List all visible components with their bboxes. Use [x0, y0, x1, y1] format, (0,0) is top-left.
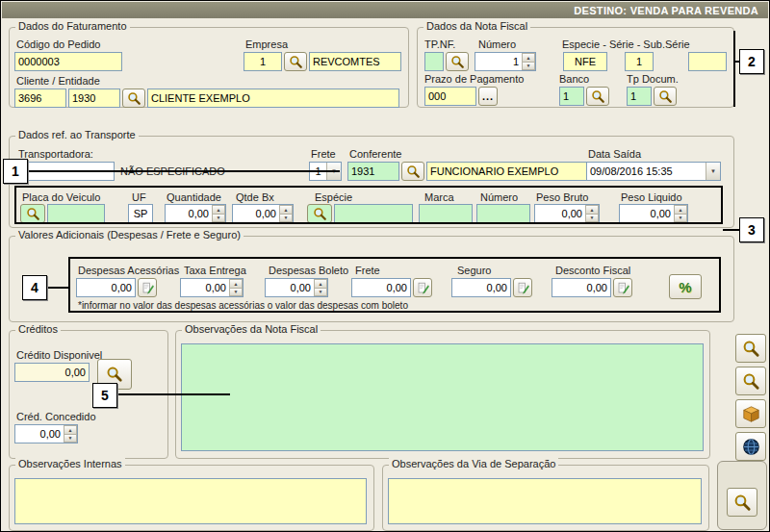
empresa-nome-field[interactable]: REVCOMTES	[309, 52, 401, 71]
spin-down-icon[interactable]: ▼	[674, 215, 687, 223]
seguro-field[interactable]: 0,00	[451, 278, 511, 297]
numero-transporte-field[interactable]	[476, 204, 530, 223]
seguro-edit-button[interactable]	[513, 278, 532, 297]
spin-up-icon[interactable]: ▲	[522, 53, 535, 63]
tp-docum-field[interactable]: 1	[627, 87, 652, 106]
nf-numero-label: Número	[478, 38, 516, 50]
obs-internas-textarea[interactable]	[14, 478, 367, 524]
especie-transporte-field[interactable]	[334, 204, 413, 223]
taxa-entrega-label: Taxa Entrega	[184, 265, 246, 276]
search-icon	[313, 207, 327, 221]
data-saida-picker[interactable]: 09/08/2016 15:35 ▼	[586, 162, 721, 181]
ellipsis-icon: ...	[482, 90, 494, 102]
tpnf-field[interactable]	[424, 52, 444, 71]
peso-bruto-spinner[interactable]: 0,00 ▲▼	[534, 204, 600, 223]
seguro-label: Seguro	[457, 265, 491, 276]
codigo-pedido-field[interactable]: 0000003	[14, 52, 122, 71]
spin-down-icon[interactable]: ▼	[314, 289, 327, 297]
spin-down-icon[interactable]: ▼	[212, 215, 225, 223]
spin-down-icon[interactable]: ▼	[64, 435, 77, 443]
nf-sub-serie-field[interactable]	[688, 52, 727, 71]
tp-docum-search-button[interactable]	[654, 87, 677, 106]
uf-label: UF	[132, 191, 146, 203]
main-window: DESTINO: VENDA PARA REVENDA Dados do Fat…	[0, 0, 770, 532]
empresa-search-button[interactable]	[284, 52, 307, 71]
cliente-search-button[interactable]	[122, 89, 145, 108]
spin-up-icon[interactable]: ▲	[674, 205, 687, 215]
obs-via-separacao-textarea[interactable]	[388, 478, 702, 524]
spin-up-icon[interactable]: ▲	[279, 205, 293, 215]
tool-search-button-2[interactable]	[735, 367, 766, 395]
cred-concedido-value: 0,00	[15, 425, 64, 443]
conferente-codigo-field[interactable]: 1931	[347, 162, 399, 181]
transportadora-label: Transportadora:	[18, 148, 93, 160]
especie-search-button[interactable]	[307, 204, 332, 223]
spin-down-icon[interactable]: ▼	[522, 63, 535, 71]
tool-search-button-3[interactable]	[727, 488, 757, 517]
conferente-search-button[interactable]	[401, 162, 424, 181]
spin-up-icon[interactable]: ▲	[229, 279, 243, 289]
nf-numero-value: 1	[475, 53, 522, 70]
peso-liquido-value: 0,00	[620, 205, 674, 222]
credito-disponivel-label: Crédito Disponivel	[16, 349, 102, 361]
spin-up-icon[interactable]: ▲	[585, 205, 599, 215]
spin-down-icon[interactable]: ▼	[229, 289, 243, 297]
credito-disponivel-field[interactable]: 0,00	[14, 363, 90, 382]
callout-4: 4	[22, 275, 47, 300]
percent-button[interactable]: %	[669, 274, 702, 299]
tpnf-search-button[interactable]	[446, 52, 469, 71]
conferente-label: Conferente	[349, 148, 401, 160]
cred-concedido-label: Créd. Concedido	[16, 411, 96, 422]
peso-liquido-spinner[interactable]: 0,00 ▲▼	[619, 204, 688, 223]
frete-edit-button[interactable]	[413, 278, 432, 297]
desconto-fiscal-field[interactable]: 0,00	[552, 278, 611, 297]
tool-globe-button[interactable]	[735, 432, 766, 461]
marca-field[interactable]	[419, 204, 473, 223]
spin-up-icon[interactable]: ▲	[64, 425, 77, 435]
spin-up-icon[interactable]: ▲	[314, 279, 327, 289]
placa-search-button[interactable]	[20, 204, 45, 223]
qtde-bx-spinner[interactable]: 0,00 ▲▼	[232, 204, 294, 223]
chevron-down-icon[interactable]: ▼	[326, 163, 341, 180]
nf-especie-field[interactable]: NFE	[563, 52, 607, 71]
cliente-nome-field[interactable]: CLIENTE EXEMPLO	[147, 89, 399, 108]
obs-nota-fiscal-textarea[interactable]	[181, 343, 704, 451]
spin-up-icon[interactable]: ▲	[212, 205, 225, 215]
cred-concedido-spinner[interactable]: 0,00 ▲▼	[14, 424, 78, 443]
spin-down-icon[interactable]: ▼	[279, 215, 293, 223]
tool-package-button[interactable]	[735, 399, 766, 428]
frete-combo[interactable]: 1 ▼	[309, 162, 342, 181]
data-saida-value: 09/08/2016 15:35	[587, 163, 706, 180]
group-valores-title: Valores Adicionais (Despesas / Frete e S…	[15, 229, 244, 241]
group-faturamento-title: Dados do Faturamento	[15, 20, 130, 32]
tool-search-button-1[interactable]	[735, 334, 766, 363]
nf-serie-field[interactable]: 1	[625, 52, 654, 71]
chevron-down-icon[interactable]: ▼	[706, 163, 720, 180]
search-icon	[733, 494, 752, 512]
quantidade-spinner[interactable]: 0,00 ▲▼	[165, 204, 226, 223]
conferente-nome-field[interactable]: FUNCIONARIO EXEMPLO	[426, 162, 600, 181]
numero-transporte-label: Número	[480, 191, 518, 203]
cliente-entidade-field[interactable]: 1930	[68, 89, 120, 108]
cliente-codigo-field[interactable]: 3696	[14, 89, 66, 108]
prazo-field[interactable]: 000	[424, 87, 476, 106]
destino-banner: DESTINO: VENDA PARA REVENDA	[2, 2, 768, 18]
frete-valor-field[interactable]: 0,00	[351, 278, 411, 297]
peso-liquido-label: Peso Liquido	[621, 191, 682, 203]
banco-search-button[interactable]	[586, 87, 609, 106]
placa-field[interactable]	[47, 204, 105, 223]
peso-bruto-label: Peso Bruto	[536, 191, 588, 203]
nf-numero-spinner[interactable]: 1 ▲▼	[475, 52, 536, 71]
uf-field[interactable]: SP	[128, 204, 153, 223]
transportadora-codigo-field[interactable]: 1	[16, 162, 115, 181]
banco-field[interactable]: 1	[559, 87, 584, 106]
especie-transporte-label: Espécie	[315, 191, 352, 203]
spin-down-icon[interactable]: ▼	[585, 215, 599, 223]
despesas-boleto-spinner[interactable]: 0,00 ▲▼	[265, 278, 328, 297]
taxa-entrega-spinner[interactable]: 0,00 ▲▼	[180, 278, 244, 297]
despesas-acessorias-field[interactable]: 0,00	[76, 278, 136, 297]
desconto-fiscal-edit-button[interactable]	[613, 278, 632, 297]
prazo-ellipsis-button[interactable]: ...	[478, 87, 498, 106]
empresa-codigo-field[interactable]: 1	[244, 52, 282, 71]
despesas-acessorias-edit-button[interactable]	[138, 278, 157, 297]
